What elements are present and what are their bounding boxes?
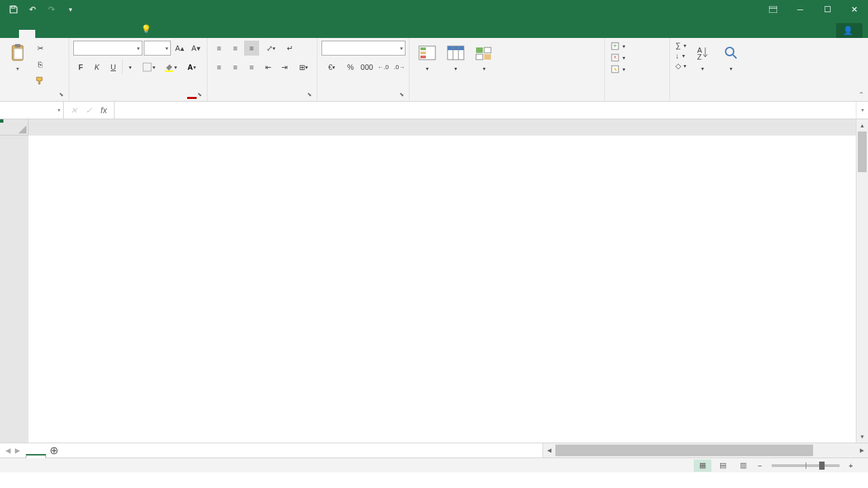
sheet-nav-prev-icon[interactable]: ◀ [5,447,11,454]
zoom-slider[interactable] [772,464,840,467]
bold-button[interactable]: F [73,60,88,75]
find-select-button[interactable]: ▾ [717,41,745,74]
scroll-right-icon[interactable]: ▶ [856,443,868,458]
dialog-launcher-icon[interactable]: ⬊ [307,92,314,98]
percent-icon[interactable]: % [343,60,358,75]
tab-insert[interactable] [35,30,52,38]
align-bottom-icon[interactable]: ≡ [244,41,259,56]
ribbon-display-icon[interactable] [760,0,787,19]
sort-filter-button[interactable]: AZ ▾ [689,41,716,74]
svg-rect-1 [769,6,777,13]
expand-formula-icon[interactable]: ▾ [856,102,868,119]
share-button[interactable]: 👤 [836,23,863,38]
tab-view[interactable] [117,30,133,38]
accounting-format-icon[interactable]: €▾ [321,60,342,75]
underline-button[interactable]: U [106,60,121,75]
scroll-up-icon[interactable]: ▲ [856,119,868,131]
zoom-in-button[interactable]: + [846,462,856,470]
italic-button[interactable]: K [90,60,104,75]
increase-decimal-icon[interactable]: ←.0 [376,60,391,75]
align-top-icon[interactable]: ≡ [212,41,226,56]
svg-rect-18 [484,47,491,53]
scroll-down-icon[interactable]: ▼ [856,430,868,443]
maximize-icon[interactable]: ☐ [814,0,841,19]
align-right-icon[interactable]: ≡ [244,60,259,75]
svg-rect-5 [14,49,22,59]
chevron-down-icon[interactable]: ▾ [122,60,137,75]
font-color-icon[interactable]: A▾ [182,60,202,75]
svg-point-28 [726,47,734,56]
clipboard-icon [7,42,28,64]
conditional-formatting-button[interactable]: ▾ [414,41,441,74]
decrease-font-icon[interactable]: A▾ [189,41,203,56]
align-center-icon[interactable]: ≡ [228,60,243,75]
dialog-launcher-icon[interactable]: ⬊ [59,92,66,98]
horizontal-scrollbar[interactable]: ◀ ▶ [542,443,868,458]
clear-button[interactable]: ◇▾ [674,61,688,71]
copy-icon[interactable]: ⎘ [33,57,47,72]
page-layout-view-icon[interactable]: ▤ [714,460,732,472]
number-format-combo[interactable] [321,41,406,56]
cut-icon[interactable]: ✂ [33,41,47,56]
scroll-left-icon[interactable]: ◀ [543,443,555,458]
formula-input[interactable] [115,102,856,119]
align-left-icon[interactable]: ≡ [212,60,226,75]
enter-formula-icon[interactable]: ✓ [81,106,96,115]
merge-icon[interactable]: ⊞▾ [293,60,313,75]
save-icon[interactable] [5,1,22,18]
svg-rect-0 [12,6,15,8]
zoom-out-button[interactable]: − [755,462,764,470]
scroll-thumb[interactable] [555,445,813,456]
undo-icon[interactable]: ↶ [24,1,41,18]
name-box[interactable] [0,102,64,119]
tab-layout[interactable] [52,30,68,38]
select-all-button[interactable] [0,119,28,136]
fill-button[interactable]: ↓▾ [674,51,688,60]
tab-review[interactable] [100,30,117,38]
fill-color-icon[interactable]: ▾ [160,60,180,75]
svg-rect-6 [143,63,151,71]
collapse-ribbon-icon[interactable]: ⌃ [859,91,864,98]
dialog-launcher-icon[interactable]: ⬊ [197,92,204,98]
autosum-button[interactable]: ∑▾ [674,41,688,50]
format-cells-button[interactable]: ▾ [609,64,627,75]
minimize-icon[interactable]: ─ [787,0,814,19]
increase-font-icon[interactable]: A▴ [172,41,187,56]
scroll-thumb[interactable] [858,131,867,172]
redo-icon[interactable]: ↷ [43,1,60,18]
insert-cells-button[interactable]: +▾ [609,41,627,52]
increase-indent-icon[interactable]: ⇥ [277,60,292,75]
search-icon [720,42,742,64]
format-as-table-button[interactable]: ▾ [442,41,469,74]
vertical-scrollbar[interactable]: ▲ ▼ [856,119,868,443]
align-middle-icon[interactable]: ≡ [228,41,243,56]
page-break-view-icon[interactable]: ▥ [734,460,752,472]
sheet-tab[interactable] [26,454,46,458]
tab-formulas[interactable] [68,30,84,38]
tell-me-search[interactable]: 💡 [133,20,162,38]
tab-home[interactable] [19,30,35,38]
wrap-text-icon[interactable]: ↵ [282,41,297,56]
zoom-thumb[interactable] [819,462,825,470]
comma-icon[interactable]: 000 [359,60,374,75]
dialog-launcher-icon[interactable]: ⬊ [399,92,406,98]
sheet-nav-next-icon[interactable]: ▶ [15,447,20,454]
fx-icon[interactable]: fx [96,106,111,115]
decrease-decimal-icon[interactable]: .0→ [392,60,407,75]
delete-cells-button[interactable]: ×▾ [609,52,627,63]
decrease-indent-icon[interactable]: ⇤ [260,60,275,75]
orientation-icon[interactable]: ⤢▾ [260,41,281,56]
normal-view-icon[interactable]: ▦ [694,460,711,472]
format-painter-icon[interactable] [33,73,47,88]
borders-icon[interactable]: ▾ [138,60,159,75]
close-icon[interactable]: ✕ [841,0,868,19]
qat-dropdown-icon[interactable]: ▼ [62,1,79,18]
cancel-formula-icon[interactable]: ✕ [66,106,81,115]
cell-styles-button[interactable]: ▾ [471,41,498,74]
tab-data[interactable] [84,30,100,38]
font-size-combo[interactable] [144,41,171,56]
tab-file[interactable] [3,30,19,38]
font-name-combo[interactable] [73,41,142,56]
paste-button[interactable]: ▾ [4,41,31,74]
add-sheet-icon[interactable]: ⊕ [46,443,61,458]
